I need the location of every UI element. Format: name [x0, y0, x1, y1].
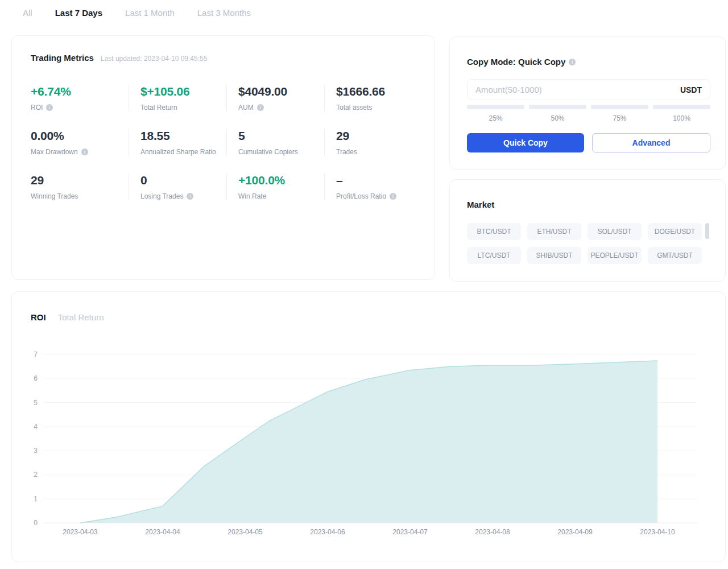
metric-value: $4049.00	[238, 85, 320, 98]
market-pair-shib-usdt[interactable]: SHIB/USDT	[527, 247, 581, 264]
metric-total-assets: $1666.66 Total assets	[324, 85, 422, 112]
copy-mode-card: Copy Mode: Quick Copy USDT 25% 50% 75% 1…	[449, 36, 726, 170]
metric-losing-trades: 0 Losing Trades	[129, 174, 226, 200]
y-tick-label: 1	[34, 495, 38, 503]
metric-cumulative-copiers: 5 Cumulative Copiers	[226, 129, 324, 156]
metric-value: 0	[140, 174, 222, 187]
roi-area-chart: 012345672023-04-032023-04-042023-04-0520…	[12, 337, 726, 559]
info-icon[interactable]	[390, 193, 396, 200]
period-tab-last-1-month[interactable]: Last 1 Month	[125, 8, 175, 18]
metric-value: 18.55	[140, 129, 222, 143]
percent-label: 100%	[653, 114, 710, 122]
info-icon[interactable]	[46, 104, 53, 111]
percent-option: 75%	[591, 105, 648, 122]
trading-metrics-header: Trading Metrics Last updated: 2023-04-10…	[31, 53, 207, 63]
market-pair-eth-usdt[interactable]: ETH/USDT	[527, 223, 581, 240]
y-tick-label: 0	[34, 519, 38, 527]
metric-max-drawdown: 0.00% Max Drawdown	[31, 129, 129, 156]
metric-label: Profit/Loss Ratio	[336, 192, 417, 200]
percent-bar-25[interactable]	[467, 105, 524, 109]
metric-value: $+105.06	[140, 85, 222, 98]
metric-total-return: $+105.06 Total Return	[129, 85, 226, 112]
metrics-grid: +6.74% ROI $+105.06 Total Return $4049.0…	[31, 85, 422, 200]
metric-value: 0.00%	[31, 129, 124, 143]
metric-profit-loss-ratio: – Profit/Loss Ratio	[324, 174, 422, 200]
metric-value: 29	[336, 129, 417, 143]
y-tick-label: 2	[34, 471, 38, 479]
x-tick-label: 2023-04-03	[63, 528, 98, 536]
metric-annualized-sharpe-ratio: 18.55 Annualized Sharpe Ratio	[129, 129, 226, 156]
x-tick-label: 2023-04-06	[310, 528, 345, 536]
market-pair-people-usdt[interactable]: PEOPLE/USDT	[588, 247, 642, 264]
info-icon[interactable]	[569, 59, 576, 65]
chart-tab-roi[interactable]: ROI	[31, 312, 46, 322]
metric-label: Cumulative Copiers	[238, 148, 320, 156]
percent-label: 50%	[529, 114, 586, 122]
metric-roi: +6.74% ROI	[31, 85, 129, 112]
percent-label: 25%	[467, 114, 524, 122]
period-tab-last-3-months[interactable]: Last 3 Months	[197, 8, 251, 18]
info-icon[interactable]	[187, 193, 193, 200]
currency-label: USDT	[680, 85, 702, 94]
x-tick-label: 2023-04-08	[475, 528, 510, 536]
period-tab-all[interactable]: All	[23, 8, 32, 18]
copy-mode-header: Copy Mode: Quick Copy	[467, 57, 576, 67]
metric-label: Total Return	[140, 104, 222, 112]
advanced-button[interactable]: Advanced	[592, 133, 710, 152]
metric-label: Win Rate	[238, 192, 320, 200]
market-pair-sol-usdt[interactable]: SOL/USDT	[588, 223, 642, 240]
metric-aum: $4049.00 AUM	[226, 85, 324, 112]
metric-label: Trades	[336, 148, 417, 156]
amount-input-box: USDT	[467, 79, 710, 100]
y-tick-label: 4	[34, 423, 38, 431]
period-tab-last-7-days[interactable]: Last 7 Days	[55, 8, 102, 18]
x-tick-label: 2023-04-10	[640, 528, 675, 536]
metric-value: 5	[238, 129, 320, 143]
y-tick-label: 7	[34, 351, 38, 358]
market-pair-ltc-usdt[interactable]: LTC/USDT	[467, 247, 521, 264]
chart-tab-total-return[interactable]: Total Return	[58, 312, 104, 322]
info-icon[interactable]	[81, 149, 88, 155]
percent-option: 50%	[529, 105, 586, 122]
market-pair-doge-usdt[interactable]: DOGE/USDT	[648, 223, 702, 240]
x-tick-label: 2023-04-04	[145, 528, 180, 536]
percent-option: 100%	[653, 105, 710, 122]
y-tick-label: 5	[34, 399, 38, 407]
last-updated-text: Last updated: 2023-04-10 09:45:55	[101, 55, 208, 63]
market-pair-list: BTC/USDTETH/USDTSOL/USDTDOGE/USDTLTC/USD…	[467, 223, 701, 264]
metric-win-rate: +100.0% Win Rate	[226, 174, 324, 200]
metric-label: AUM	[238, 104, 320, 112]
percent-bar-75[interactable]	[591, 105, 648, 109]
percent-bar-100[interactable]	[653, 105, 710, 109]
metric-label: Winning Trades	[31, 192, 124, 200]
period-tab-bar: AllLast 7 DaysLast 1 MonthLast 3 Months	[23, 8, 251, 18]
info-icon[interactable]	[257, 104, 264, 111]
market-pair-gmt-usdt[interactable]: GMT/USDT	[648, 247, 702, 264]
metric-value: $1666.66	[336, 85, 417, 98]
x-tick-label: 2023-04-07	[392, 528, 428, 536]
quick-copy-button[interactable]: Quick Copy	[467, 133, 584, 152]
y-tick-label: 3	[34, 447, 38, 455]
metric-value: +6.74%	[31, 85, 124, 98]
trading-metrics-card: Trading Metrics Last updated: 2023-04-10…	[11, 35, 435, 280]
percent-selector: 25% 50% 75% 100%	[467, 105, 710, 122]
percent-option: 25%	[467, 105, 524, 122]
percent-bar-50[interactable]	[529, 105, 586, 109]
chart-tab-bar: ROITotal Return	[31, 312, 104, 322]
scrollbar-thumb[interactable]	[705, 223, 709, 239]
metric-trades: 29 Trades	[324, 129, 422, 156]
metric-winning-trades: 29 Winning Trades	[31, 174, 129, 200]
roi-chart-card: ROITotal Return 012345672023-04-032023-0…	[11, 291, 726, 562]
trading-metrics-title: Trading Metrics	[31, 53, 94, 63]
market-title: Market	[467, 200, 494, 209]
metric-label: Total assets	[336, 104, 417, 112]
copy-buttons-row: Quick Copy Advanced	[467, 133, 710, 152]
market-card: Market BTC/USDTETH/USDTSOL/USDTDOGE/USDT…	[449, 179, 726, 282]
metric-label: Losing Trades	[140, 192, 222, 200]
metric-value: –	[336, 174, 417, 187]
metric-label: Annualized Sharpe Ratio	[140, 148, 222, 156]
metric-label: ROI	[31, 104, 124, 112]
market-pair-btc-usdt[interactable]: BTC/USDT	[467, 223, 521, 240]
amount-input[interactable]	[475, 85, 680, 94]
x-tick-label: 2023-04-05	[228, 528, 263, 536]
